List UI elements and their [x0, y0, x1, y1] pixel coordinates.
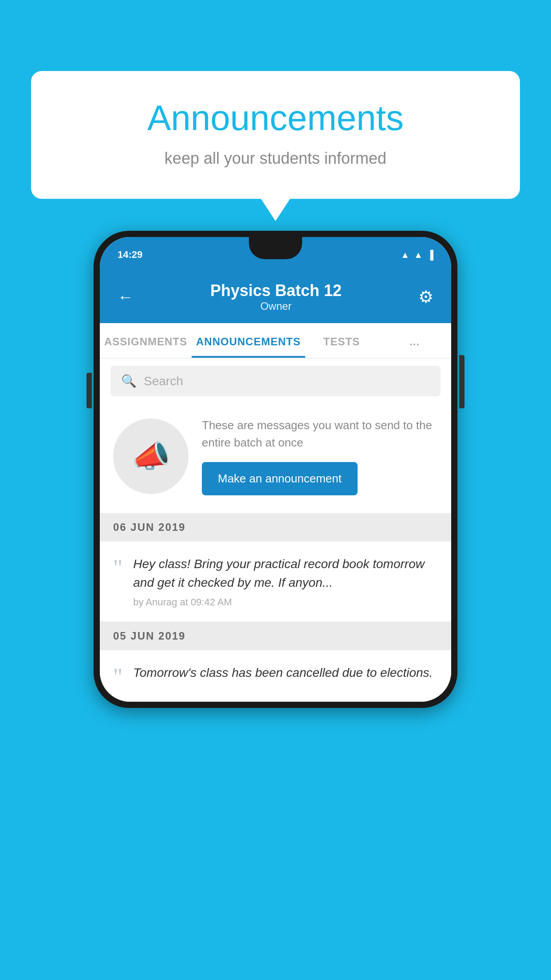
date-separator-2: 05 JUN 2019: [100, 622, 451, 650]
announcement-item-2[interactable]: " Tomorrow's class has been cancelled du…: [100, 650, 451, 702]
battery-icon: ▐: [427, 250, 433, 260]
date-separator-1: 06 JUN 2019: [100, 513, 451, 541]
make-announcement-button[interactable]: Make an announcement: [202, 462, 358, 495]
status-icons: ▲ ▲ ▐: [401, 250, 433, 260]
announcement-content-1: Hey class! Bring your practical record b…: [133, 555, 438, 608]
tab-more[interactable]: ...: [378, 323, 451, 358]
batch-role: Owner: [134, 300, 418, 312]
signal-icon: ▲: [414, 250, 423, 260]
notch-cutout: [249, 237, 302, 259]
phone-mockup: 14:29 ▲ ▲ ▐ ← Physics Batch 12 Owner ⚙: [94, 231, 457, 708]
quote-icon-1: ": [113, 557, 122, 580]
announcement-meta-1: by Anurag at 09:42 AM: [133, 597, 438, 608]
tabs-bar: ASSIGNMENTS ANNOUNCEMENTS TESTS ...: [100, 323, 451, 359]
back-button[interactable]: ←: [118, 288, 134, 306]
batch-title: Physics Batch 12: [134, 281, 418, 300]
speech-bubble-section: Announcements keep all your students inf…: [31, 71, 520, 199]
search-container: 🔍 Search: [100, 359, 451, 403]
status-bar: 14:29 ▲ ▲ ▐: [100, 237, 451, 273]
announcement-item-1[interactable]: " Hey class! Bring your practical record…: [100, 541, 451, 622]
status-time: 14:29: [118, 249, 142, 261]
promo-section: 📣 These are messages you want to send to…: [100, 403, 451, 513]
wifi-icon: ▲: [401, 250, 409, 260]
phone-outer-frame: 14:29 ▲ ▲ ▐ ← Physics Batch 12 Owner ⚙: [94, 231, 457, 708]
bubble-subtitle: keep all your students informed: [62, 149, 489, 168]
speech-bubble-card: Announcements keep all your students inf…: [31, 71, 520, 199]
search-placeholder: Search: [144, 374, 183, 388]
tab-assignments[interactable]: ASSIGNMENTS: [100, 323, 192, 358]
search-bar[interactable]: 🔍 Search: [110, 366, 441, 396]
tab-tests[interactable]: TESTS: [305, 323, 378, 358]
promo-content: These are messages you want to send to t…: [202, 417, 438, 495]
promo-icon-circle: 📣: [113, 419, 189, 494]
settings-icon[interactable]: ⚙: [418, 287, 433, 307]
app-header: ← Physics Batch 12 Owner ⚙: [100, 273, 451, 323]
bubble-title: Announcements: [62, 98, 489, 138]
announcement-content-2: Tomorrow's class has been cancelled due …: [133, 664, 438, 687]
tab-announcements[interactable]: ANNOUNCEMENTS: [192, 323, 305, 358]
promo-description: These are messages you want to send to t…: [202, 417, 438, 451]
announcement-text-2: Tomorrow's class has been cancelled due …: [133, 664, 438, 682]
megaphone-icon: 📣: [132, 438, 170, 474]
announcement-text-1: Hey class! Bring your practical record b…: [133, 555, 438, 592]
header-center: Physics Batch 12 Owner: [134, 281, 418, 312]
search-icon: 🔍: [121, 374, 137, 388]
quote-icon-2: ": [113, 665, 122, 688]
phone-screen: 14:29 ▲ ▲ ▐ ← Physics Batch 12 Owner ⚙: [100, 237, 451, 702]
